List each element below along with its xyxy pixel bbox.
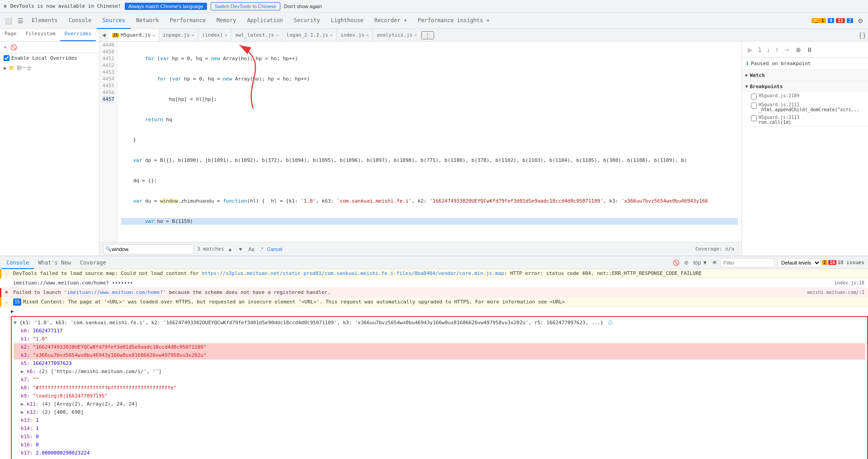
file-tab-inpage[interactable]: inpage.js ✕ bbox=[159, 29, 198, 42]
issues-label: 18 issues bbox=[837, 260, 864, 265]
add-folder-button[interactable]: + bbox=[2, 43, 9, 52]
search-cancel-button[interactable]: Cancel bbox=[267, 246, 282, 252]
search-next-button[interactable]: ▼ bbox=[236, 246, 245, 253]
obj-k11: ▶ k11: (4) [Array(2), Array(2), 24, 24] bbox=[14, 400, 865, 408]
step-out-button[interactable]: ↑ bbox=[773, 45, 781, 55]
console-settings-button[interactable]: ⊘ bbox=[682, 259, 690, 267]
dont-pause-exceptions-button[interactable]: ⏸ bbox=[804, 45, 815, 55]
regex-button[interactable]: .* bbox=[258, 246, 265, 253]
step-button[interactable]: → bbox=[782, 45, 793, 55]
main-area: ◀ JS H5guard.js ✕ inpage.js ✕ (index) ✕ … bbox=[99, 29, 868, 256]
overrides-folder[interactable]: ▶ 📁 胆一士 bbox=[0, 63, 99, 73]
dont-show-button[interactable]: Don't show again bbox=[284, 4, 322, 9]
tab-recorder[interactable]: Recorder ▾ bbox=[369, 13, 412, 29]
clear-console-button[interactable]: 🚫 bbox=[671, 259, 681, 267]
file-tab-owl[interactable]: owl_latest.js ✕ bbox=[231, 29, 283, 42]
obj-k11-expand[interactable]: ▶ bbox=[21, 401, 24, 407]
close-h5guard-icon[interactable]: ✕ bbox=[152, 33, 155, 38]
dock-icon-button[interactable]: ⬜ bbox=[2, 15, 15, 26]
breakpoints-label: Breakpoints bbox=[750, 84, 783, 90]
console-tab-whatsnew[interactable]: What's New bbox=[34, 256, 75, 269]
tab-elements[interactable]: Elements bbox=[26, 13, 63, 29]
close-indexjs-icon[interactable]: ✕ bbox=[366, 33, 369, 38]
console-filter-input[interactable] bbox=[720, 258, 774, 267]
menu-icon-button[interactable]: ☰ bbox=[15, 15, 26, 26]
console-msg-url-link[interactable]: index.js:18 bbox=[835, 279, 864, 287]
settings-button[interactable]: ⚙ bbox=[855, 15, 866, 26]
top-context-button[interactable]: top ▼ bbox=[691, 259, 709, 267]
watch-header[interactable]: ▶ Watch bbox=[742, 70, 868, 80]
file-tab-h5guard[interactable]: JS H5guard.js ✕ bbox=[108, 29, 159, 42]
obj-info-icon[interactable]: ⓘ bbox=[608, 320, 613, 325]
match-case-button[interactable]: Aa bbox=[246, 246, 256, 253]
breakpoint-2109-checkbox[interactable] bbox=[751, 94, 757, 99]
eye-icon-button[interactable]: 👁 bbox=[710, 259, 719, 267]
match-language-button[interactable]: Always match Chrome's language bbox=[125, 3, 207, 10]
file-tab-indexjs[interactable]: index.js ✕ bbox=[337, 29, 373, 42]
info-icon: ℹ bbox=[746, 61, 748, 66]
obj-expand-icon[interactable]: ▼ bbox=[14, 320, 17, 326]
breakpoint-2113-checkbox[interactable] bbox=[751, 115, 757, 121]
sourcemap-link[interactable]: https://s3plus.meituan.net/static-prod01… bbox=[202, 270, 504, 276]
close-inpage-icon[interactable]: ✕ bbox=[192, 33, 194, 38]
right-panel: ▶ ⤵ ↓ ↑ → ⊗ ⏸ ℹ Paused on breakpoint bbox=[741, 42, 868, 256]
file-tab-index[interactable]: (index) ✕ bbox=[198, 29, 231, 42]
file-tabs-more-button[interactable]: ⋮ bbox=[421, 31, 434, 39]
tab-lighthouse[interactable]: Lighthouse bbox=[326, 13, 369, 29]
file-tab-indexjs-label: index.js bbox=[340, 32, 364, 38]
search-prev-button[interactable]: ▲ bbox=[226, 246, 235, 253]
watch-label: Watch bbox=[750, 72, 764, 78]
tab-network[interactable]: Network bbox=[131, 13, 165, 29]
step-over-button[interactable]: ⤵ bbox=[756, 45, 764, 55]
sidebar-tab-filesystem[interactable]: Filesystem bbox=[21, 29, 60, 41]
close-owl-icon[interactable]: ✕ bbox=[276, 33, 278, 38]
tab-console[interactable]: Console bbox=[63, 13, 97, 29]
file-tab-analytics[interactable]: analytics.js ✕ bbox=[373, 29, 421, 42]
breakpoint-2111: H5guard.js:2111 _html.appendChild(_domCr… bbox=[742, 101, 868, 114]
breakpoint-2111-checkbox[interactable] bbox=[751, 103, 757, 109]
editor-toolbar-right: { } bbox=[857, 30, 868, 41]
paused-banner: ℹ Paused on breakpoint bbox=[742, 58, 868, 70]
obj-k0: k0: 1662477117 bbox=[14, 327, 865, 335]
tab-performance[interactable]: Performance bbox=[165, 13, 211, 29]
tab-memory[interactable]: Memory bbox=[211, 13, 241, 29]
console-tab-coverage[interactable]: Coverage bbox=[75, 256, 111, 269]
enable-overrides-checkbox[interactable] bbox=[4, 55, 9, 61]
code-line-4452: return hq bbox=[121, 116, 738, 123]
close-logan-icon[interactable]: ✕ bbox=[330, 33, 333, 38]
console-icons: 🚫 ⊘ top ▼ 👁 Default levels 2 16 18 issue… bbox=[671, 258, 866, 267]
obj-k6-expand[interactable]: ▶ bbox=[21, 369, 24, 374]
console-level-select[interactable]: Default levels bbox=[777, 258, 821, 267]
tab-security[interactable]: Security bbox=[288, 13, 326, 29]
switch-chinese-button[interactable]: Switch DevTools to Chinese bbox=[211, 2, 280, 10]
code-line-4453: } bbox=[121, 137, 738, 143]
tab-console-label: Console bbox=[69, 17, 92, 24]
search-input[interactable] bbox=[112, 246, 184, 252]
folder-name: 胆一士 bbox=[17, 65, 32, 71]
deactivate-breakpoints-button[interactable]: ⊗ bbox=[793, 45, 803, 55]
pretty-print-button[interactable]: { } bbox=[857, 30, 868, 41]
file-tab-logan[interactable]: logan_2.1.2.js ✕ bbox=[283, 29, 337, 42]
tab-sources[interactable]: Sources bbox=[97, 13, 131, 29]
imeituan-link[interactable]: imeituan://www.meituan.com/home? bbox=[67, 289, 163, 295]
close-analytics-icon[interactable]: ✕ bbox=[415, 33, 417, 38]
tab-network-label: Network bbox=[136, 17, 159, 24]
obj-k13: k13: 1 bbox=[14, 416, 865, 425]
tab-application[interactable]: Application bbox=[241, 13, 288, 29]
step-into-button[interactable]: ↓ bbox=[764, 45, 772, 55]
console-tab-console[interactable]: Console bbox=[2, 256, 34, 269]
console-msg-error-link[interactable]: meishi.meituan.com/:1 bbox=[807, 289, 864, 296]
clear-overrides-button[interactable]: 🚫 bbox=[9, 43, 19, 52]
code-content[interactable]: 4449 4450 4451 4452 4453 4454 4455 4456 … bbox=[99, 42, 741, 242]
sidebar-tab-overrides[interactable]: Overrides bbox=[60, 29, 96, 41]
debug-toolbar: ▶ ⤵ ↓ ↑ → ⊗ ⏸ bbox=[742, 42, 868, 58]
file-tabs-back[interactable]: ◀ bbox=[99, 31, 108, 39]
folder-icon: 📁 bbox=[9, 65, 15, 71]
breakpoints-header[interactable]: ▼ Breakpoints bbox=[742, 81, 868, 92]
tab-perf-insights[interactable]: Performance insights ▾ bbox=[412, 13, 495, 29]
resume-button[interactable]: ▶ bbox=[745, 45, 755, 55]
close-index-icon[interactable]: ✕ bbox=[225, 33, 227, 38]
error-icon: ✖ bbox=[5, 289, 10, 296]
obj-k12-expand[interactable]: ▶ bbox=[21, 409, 24, 415]
sidebar-tab-page[interactable]: Page bbox=[0, 29, 21, 41]
